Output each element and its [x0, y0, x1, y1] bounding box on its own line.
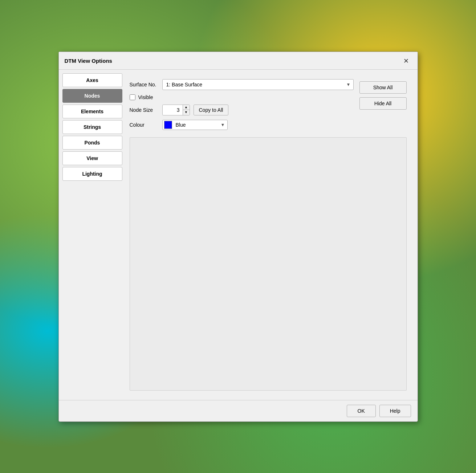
close-button[interactable]: ✕ [401, 56, 412, 66]
spinner-down-button[interactable]: ▼ [183, 110, 190, 115]
sidebar-item-axes[interactable]: Axes [62, 73, 122, 87]
main-content-panel [130, 137, 407, 391]
colour-select[interactable]: Blue [175, 121, 226, 129]
node-size-spinner: 3 ▲ ▼ [162, 105, 190, 115]
sidebar-item-nodes[interactable]: Nodes [62, 89, 122, 103]
show-all-button[interactable]: Show All [359, 81, 407, 94]
sidebar-item-ponds[interactable]: Ponds [62, 136, 122, 150]
colour-swatch [164, 121, 172, 129]
sidebar-item-view[interactable]: View [62, 151, 122, 165]
dialog-body: Axes Nodes Elements Strings Ponds View L… [59, 70, 418, 400]
colour-row: Colour Blue ▼ [130, 120, 354, 130]
node-size-label: Node Size [130, 107, 159, 113]
surface-no-row: Surface No. 1: Base Surface ▼ [130, 79, 354, 90]
visible-label: Visible [138, 94, 153, 100]
node-size-row: Node Size 3 ▲ ▼ Copy to All [130, 105, 354, 115]
content-upper: Surface No. 1: Base Surface ▼ Visible [130, 79, 407, 130]
content-area: Surface No. 1: Base Surface ▼ Visible [122, 73, 414, 396]
node-size-input[interactable]: 3 [163, 105, 183, 115]
colour-select-container: Blue ▼ [162, 120, 228, 130]
surface-select[interactable]: 1: Base Surface [162, 79, 354, 90]
dialog: DTM View Options ✕ Axes Nodes Elements S… [58, 52, 418, 422]
help-button[interactable]: Help [379, 405, 411, 417]
sidebar-item-lighting[interactable]: Lighting [62, 167, 122, 181]
ok-button[interactable]: OK [347, 405, 376, 417]
dialog-footer: OK Help [59, 400, 418, 421]
right-buttons-panel: Show All Hide All [359, 79, 407, 130]
dialog-titlebar: DTM View Options ✕ [59, 52, 418, 70]
visible-row: Visible [130, 94, 354, 100]
sidebar-item-elements[interactable]: Elements [62, 105, 122, 118]
sidebar: Axes Nodes Elements Strings Ponds View L… [62, 73, 122, 396]
visible-checkbox[interactable] [130, 94, 135, 100]
surface-no-label: Surface No. [130, 82, 159, 87]
colour-label: Colour [130, 122, 159, 128]
spinner-up-button[interactable]: ▲ [183, 105, 190, 110]
copy-to-all-button[interactable]: Copy to All [194, 105, 229, 115]
surface-select-wrapper: 1: Base Surface ▼ [162, 79, 354, 90]
form-panel: Surface No. 1: Base Surface ▼ Visible [130, 79, 354, 130]
spinner-controls: ▲ ▼ [183, 105, 190, 115]
dialog-title: DTM View Options [65, 58, 112, 64]
hide-all-button[interactable]: Hide All [359, 97, 407, 110]
sidebar-item-strings[interactable]: Strings [62, 120, 122, 134]
